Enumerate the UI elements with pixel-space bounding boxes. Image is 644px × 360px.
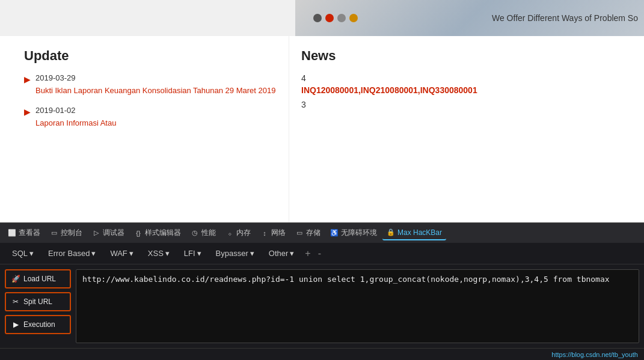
load-url-icon: 🚀 (11, 274, 20, 284)
console-label: 控制台 (61, 228, 82, 238)
execution-icon: ▶ (11, 320, 20, 329)
console-icon: ▭ (50, 229, 58, 237)
update-date-1: 2019-03-29 (35, 73, 275, 82)
hackbar-panel: SQL ▾ Error Based ▾ WAF ▾ XSS ▾ LFI ▾ By… (0, 243, 644, 360)
storage-label: 存储 (306, 228, 320, 238)
menu-bypasser-arrow: ▾ (250, 249, 254, 258)
dot-4 (349, 14, 358, 22)
update-date-2: 2019-01-02 (35, 106, 116, 115)
execution-button[interactable]: ▶ Execution (5, 315, 71, 334)
toolbar-inspector[interactable]: ⬜ 查看器 (4, 225, 44, 240)
menu-bypasser-label: Bypasser (216, 249, 248, 258)
accessibility-label: 无障碍环境 (341, 228, 377, 238)
menu-remove[interactable]: - (316, 248, 324, 259)
news-number-1: 4 (301, 73, 632, 83)
hackbar-footer: https://blog.csdn.net/tb_youth (0, 348, 644, 360)
update-item-1-content: 2019-03-29 Bukti Iklan Laporan Keuangan … (35, 73, 275, 96)
arrow-icon-1: ▶ (24, 75, 31, 84)
url-input[interactable] (76, 269, 639, 343)
menu-lfi-label: LFI (184, 249, 195, 258)
memory-icon: ⬦ (225, 229, 234, 237)
debugger-icon: ▷ (92, 229, 100, 237)
menu-xss-arrow: ▾ (165, 249, 170, 258)
memory-label: 内存 (236, 228, 251, 238)
menu-waf-arrow: ▾ (129, 249, 133, 258)
style-editor-icon: {} (134, 229, 143, 237)
menu-xss[interactable]: XSS ▾ (142, 246, 176, 261)
execution-label: Execution (23, 320, 55, 329)
main-content: Update ▶ 2019-03-29 Bukti Iklan Laporan … (0, 36, 644, 222)
news-title: News (301, 48, 632, 64)
menu-waf[interactable]: WAF ▾ (104, 246, 139, 261)
footer-link[interactable]: https://blog.csdn.net/tb_youth (551, 351, 638, 358)
action-buttons: 🚀 Load URL ✂ Spit URL ▶ Execution (5, 269, 71, 343)
menu-lfi[interactable]: LFI ▾ (178, 246, 207, 261)
menu-sql-label: SQL (12, 249, 28, 258)
menu-other-arrow: ▾ (290, 249, 294, 258)
news-ids: INQ120080001,INQ210080001,INQ330080001 (301, 85, 632, 95)
update-title: Update (24, 48, 277, 64)
spit-url-button[interactable]: ✂ Spit URL (5, 292, 71, 311)
menu-xss-label: XSS (148, 249, 164, 258)
menu-other-label: Other (269, 249, 289, 258)
menu-error-based[interactable]: Error Based ▾ (42, 246, 102, 261)
toolbar-network[interactable]: ↕ 网络 (256, 225, 290, 240)
menu-other[interactable]: Other ▾ (263, 246, 301, 261)
banner-image: We Offer Different Ways of Problem So (295, 0, 644, 36)
hackbar-label: Max HacKBar (397, 228, 442, 237)
spit-url-label: Spit URL (23, 297, 52, 306)
update-item-2-content: 2019-01-02 Laporan Informasi Atau (35, 106, 116, 129)
update-link-2[interactable]: Laporan Informasi Atau (35, 118, 116, 127)
menu-sql[interactable]: SQL ▾ (6, 246, 40, 261)
update-section: Update ▶ 2019-03-29 Bukti Iklan Laporan … (0, 36, 289, 222)
arrow-icon-2: ▶ (24, 107, 31, 117)
toolbar-hackbar[interactable]: 🔒 Max HacKBar (382, 226, 446, 240)
dot-3 (337, 14, 346, 22)
debugger-label: 调试器 (103, 228, 124, 238)
menu-sql-arrow: ▾ (29, 249, 34, 258)
inspector-label: 查看器 (19, 228, 40, 238)
network-label: 网络 (271, 228, 286, 238)
update-item-2: ▶ 2019-01-02 Laporan Informasi Atau (24, 106, 277, 129)
toolbar-accessibility[interactable]: ♿ 无障碍环境 (326, 225, 381, 240)
menu-error-based-arrow: ▾ (91, 249, 96, 258)
dot-2 (325, 14, 334, 22)
style-editor-label: 样式编辑器 (145, 228, 181, 238)
menu-error-based-label: Error Based (48, 249, 90, 258)
menu-bypasser[interactable]: Bypasser ▾ (210, 246, 260, 261)
toolbar-storage[interactable]: ▭ 存储 (291, 225, 325, 240)
top-banner: We Offer Different Ways of Problem So (0, 0, 644, 36)
performance-icon: ◷ (191, 229, 199, 237)
load-url-button[interactable]: 🚀 Load URL (5, 269, 71, 288)
network-icon: ↕ (260, 229, 269, 237)
menu-add[interactable]: + (302, 248, 313, 259)
spit-url-icon: ✂ (11, 297, 20, 307)
toolbar-style-editor[interactable]: {} 样式编辑器 (130, 225, 185, 240)
storage-icon: ▭ (295, 229, 304, 237)
hackbar-main-area: 🚀 Load URL ✂ Spit URL ▶ Execution (0, 264, 644, 348)
news-number-2: 3 (301, 100, 632, 109)
update-link-1[interactable]: Bukti Iklan Laporan Keuangan Konsolidasi… (35, 86, 275, 95)
dot-1 (313, 14, 322, 22)
performance-label: 性能 (201, 228, 216, 238)
banner-dots (313, 14, 358, 22)
dev-toolbar: ⬜ 查看器 ▭ 控制台 ▷ 调试器 {} 样式编辑器 ◷ 性能 ⬦ 内存 ↕ 网… (0, 222, 644, 243)
news-section: News 4 INQ120080001,INQ210080001,INQ3300… (289, 36, 644, 222)
menu-waf-label: WAF (110, 249, 127, 258)
toolbar-performance[interactable]: ◷ 性能 (186, 225, 220, 240)
toolbar-memory[interactable]: ⬦ 内存 (221, 225, 255, 240)
update-item-1: ▶ 2019-03-29 Bukti Iklan Laporan Keuanga… (24, 73, 277, 96)
toolbar-console[interactable]: ▭ 控制台 (46, 225, 87, 240)
hackbar-menu: SQL ▾ Error Based ▾ WAF ▾ XSS ▾ LFI ▾ By… (0, 243, 644, 264)
load-url-label: Load URL (23, 275, 56, 283)
menu-lfi-arrow: ▾ (197, 249, 201, 258)
toolbar-debugger[interactable]: ▷ 调试器 (88, 225, 129, 240)
accessibility-icon: ♿ (330, 229, 339, 237)
url-area (76, 269, 639, 343)
hackbar-icon: 🔒 (387, 228, 395, 237)
banner-text: We Offer Different Ways of Problem So (492, 13, 638, 23)
inspector-icon: ⬜ (8, 229, 16, 237)
